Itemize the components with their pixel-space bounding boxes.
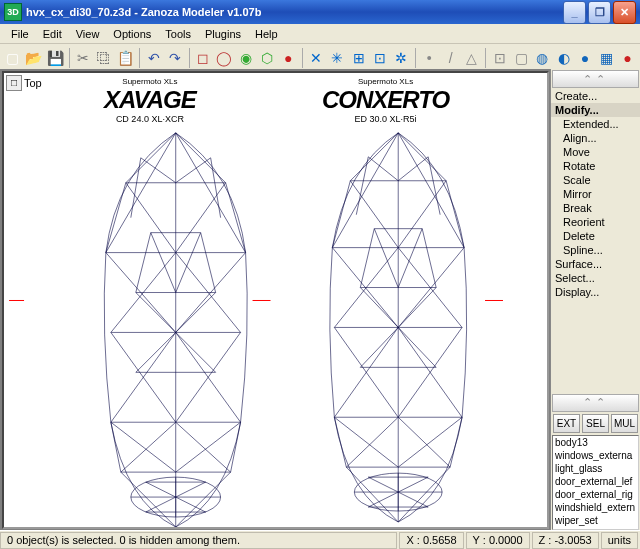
cut-icon[interactable]: ✂ [74,46,93,70]
menu-tools[interactable]: Tools [158,26,198,42]
mode2-icon[interactable]: ▢ [512,46,531,70]
menu-file[interactable]: File [4,26,36,42]
paste-icon[interactable]: 📋 [116,46,135,70]
list-item[interactable]: door_external_lef [553,475,638,488]
cmd-reorient[interactable]: Reorient [551,215,640,229]
close-button[interactable]: ✕ [613,1,636,24]
status-x: X : 0.5658 [399,532,463,549]
sel-poly-icon[interactable]: ⬡ [257,46,276,70]
sel-circ-icon[interactable]: ◯ [215,46,234,70]
vertex-icon[interactable]: • [420,46,439,70]
menu-view[interactable]: View [69,26,107,42]
list-item[interactable]: windows_externa [553,449,638,462]
status-units: units [601,532,638,549]
cmd-break[interactable]: Break [551,201,640,215]
tab-sel[interactable]: SEL [582,414,609,433]
status-message: 0 object(s) is selected. 0 is hidden amo… [0,532,397,549]
cmd-modify[interactable]: Modify... [551,103,640,117]
cmd-spline[interactable]: Spline... [551,243,640,257]
cmd-scale[interactable]: Scale [551,173,640,187]
panel-collapse2-icon[interactable]: ⌃⌃ [552,394,639,412]
face-icon[interactable]: △ [462,46,481,70]
open-icon[interactable]: 📂 [24,46,43,70]
cmd-create[interactable]: Create... [551,89,640,103]
list-item[interactable]: wiper_set [553,514,638,527]
view-flat-icon[interactable]: ◐ [554,46,573,70]
axis-icon[interactable]: ✕ [307,46,326,70]
panel-collapse-icon[interactable]: ⌃⌃ [552,70,639,88]
view-smooth-icon[interactable]: ● [575,46,594,70]
tab-mul[interactable]: MUL [611,414,638,433]
window-title: hvx_cx_di30_70.z3d - Zanoza Modeler v1.0… [26,6,261,18]
undo-icon[interactable]: ↶ [144,46,163,70]
viewport-label: Top [24,77,42,89]
command-list: Create...Modify...Extended...Align...Mov… [551,89,640,299]
axis2-icon[interactable]: ✳ [328,46,347,70]
object-tabs: EXTSELMUL [552,414,639,433]
cmd-align[interactable]: Align... [551,131,640,145]
new-icon[interactable]: ▢ [3,46,22,70]
cmd-surface[interactable]: Surface... [551,257,640,271]
grid-icon[interactable]: ⊞ [349,46,368,70]
sel-rect-icon[interactable]: ◻ [193,46,212,70]
menu-options[interactable]: Options [106,26,158,42]
status-z: Z : -3.0053 [532,532,599,549]
workspace: □ Top Supermoto XLs XAVAGE CD 24.0 XL·XC… [0,69,551,531]
menu-help[interactable]: Help [248,26,285,42]
status-y: Y : 0.0000 [466,532,530,549]
tab-ext[interactable]: EXT [553,414,580,433]
maximize-button[interactable]: ❐ [588,1,611,24]
sphere-icon[interactable]: ● [279,46,298,70]
list-item[interactable]: body13 [553,436,638,449]
cmd-move[interactable]: Move [551,145,640,159]
render-icon[interactable]: ● [618,46,637,70]
list-item[interactable]: windshield_extern [553,501,638,514]
viewport-toggle-icon[interactable]: □ [6,75,22,91]
viewport-top[interactable]: □ Top Supermoto XLs XAVAGE CD 24.0 XL·XC… [2,71,549,529]
view-tex-icon[interactable]: ▦ [597,46,616,70]
mode1-icon[interactable]: ⊡ [490,46,509,70]
status-bar: 0 object(s) is selected. 0 is hidden amo… [0,530,640,549]
list-item[interactable]: door_external_rig [553,488,638,501]
menu-plugins[interactable]: Plugins [198,26,248,42]
app-icon: 3D [4,3,22,21]
cmd-delete[interactable]: Delete [551,229,640,243]
menu-bar: FileEditViewOptionsToolsPluginsHelp [0,24,640,44]
side-panel: ⌃⌃ Create...Modify...Extended...Align...… [550,69,640,531]
cmd-select[interactable]: Select... [551,271,640,285]
save-icon[interactable]: 💾 [46,46,65,70]
sel-lasso-icon[interactable]: ◉ [236,46,255,70]
cmd-display[interactable]: Display... [551,285,640,299]
cmd-mirror[interactable]: Mirror [551,187,640,201]
redo-icon[interactable]: ↷ [165,46,184,70]
list-item[interactable]: light_glass [553,462,638,475]
menu-edit[interactable]: Edit [36,26,69,42]
cmd-extended[interactable]: Extended... [551,117,640,131]
object-list[interactable]: body13windows_externalight_glassdoor_ext… [552,435,639,531]
title-bar: 3D hvx_cx_di30_70.z3d - Zanoza Modeler v… [0,0,640,24]
copy-icon[interactable]: ⿻ [95,46,114,70]
edge-icon[interactable]: / [441,46,460,70]
wireframe-canvas [4,73,547,527]
cmd-rotate[interactable]: Rotate [551,159,640,173]
view-wire-icon[interactable]: ◍ [533,46,552,70]
origin-icon[interactable]: ✲ [392,46,411,70]
snap-icon[interactable]: ⊡ [370,46,389,70]
minimize-button[interactable]: _ [563,1,586,24]
